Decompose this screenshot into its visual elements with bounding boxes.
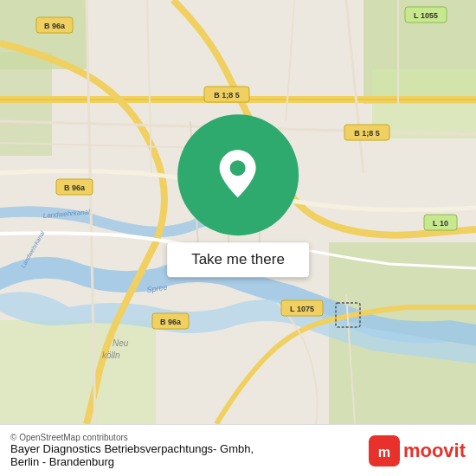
location-name: Bayer Diagnostics Betriebsverpachtungs- … (10, 442, 254, 468)
svg-text:kölln: kölln (102, 351, 120, 360)
svg-text:L 1055: L 1055 (414, 11, 438, 20)
moovit-icon: m (369, 435, 400, 466)
svg-text:B 96a: B 96a (160, 318, 182, 326)
bottom-bar: © OpenStreetMap contributors Bayer Diagn… (0, 424, 476, 476)
take-me-there-overlay: Take me there (167, 114, 309, 277)
svg-rect-2 (0, 52, 52, 156)
attribution: © OpenStreetMap contributors (10, 433, 254, 442)
svg-text:L 10: L 10 (433, 219, 448, 228)
location-name-line1: Bayer Diagnostics Betriebsverpachtungs- … (10, 442, 254, 455)
location-pin-icon (214, 147, 261, 203)
map-container: B 96a L 1055 B 1;8 5 B 1;8 5 B 96a B 96a… (0, 0, 476, 424)
svg-text:B 96a: B 96a (64, 183, 86, 192)
svg-text:L 1075: L 1075 (290, 305, 314, 313)
svg-point-30 (230, 160, 246, 176)
bottom-text: © OpenStreetMap contributors Bayer Diagn… (10, 433, 254, 468)
svg-text:B 1;8 5: B 1;8 5 (214, 91, 240, 100)
svg-text:B 1;8 5: B 1;8 5 (354, 129, 380, 138)
location-circle (177, 114, 299, 235)
svg-text:Neu: Neu (113, 338, 129, 348)
svg-text:B 96a: B 96a (44, 22, 66, 30)
svg-text:m: m (378, 444, 390, 460)
svg-rect-6 (0, 320, 156, 424)
moovit-logo: m moovit (369, 435, 466, 466)
take-me-there-button[interactable]: Take me there (167, 242, 309, 277)
moovit-text: moovit (403, 440, 466, 462)
location-name-line2: Berlin - Brandenburg (10, 455, 114, 468)
